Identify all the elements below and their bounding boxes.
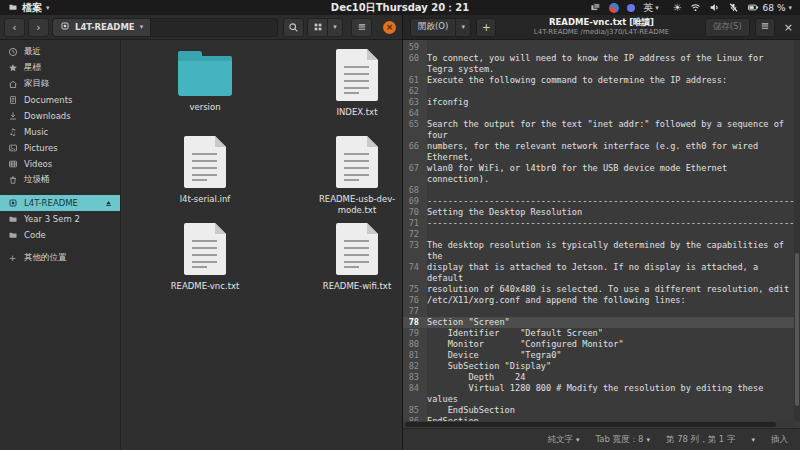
- editor-line[interactable]: 85 EndSubSection: [403, 405, 800, 416]
- editor-line[interactable]: 68: [403, 185, 800, 196]
- text-file-icon: [184, 223, 226, 275]
- volume-icon[interactable]: [709, 2, 720, 13]
- brightness-icon[interactable]: ☀: [673, 3, 682, 13]
- ime-indicator[interactable]: 英 ▾: [643, 1, 659, 15]
- file-item-readme-vnc-txt[interactable]: README-vnc.txt: [131, 220, 279, 307]
- sidebar-item-item-2[interactable]: 家目錄: [0, 76, 120, 92]
- editor-line[interactable]: 64: [403, 108, 800, 119]
- editor-line[interactable]: 84 Virtual 1280 800 # Modify the resolut…: [403, 383, 800, 394]
- editor-line[interactable]: Ethernet,: [403, 152, 800, 163]
- editor-line-current[interactable]: 78Section "Screen": [403, 317, 800, 328]
- editor-line[interactable]: Tegra system.: [403, 64, 800, 75]
- new-tab-button[interactable]: +: [476, 18, 496, 37]
- sidebar-item-label: Downloads: [24, 111, 71, 121]
- sidebar-item-videos[interactable]: Videos: [0, 156, 120, 172]
- window-menu-button[interactable]: [351, 18, 372, 37]
- editor-line[interactable]: 83 Depth 24: [403, 372, 800, 383]
- app-menu-files[interactable]: 檔案 ▾: [0, 0, 58, 15]
- line-number: 81: [403, 350, 423, 361]
- editor-line[interactable]: 60To connect, you will need to know the …: [403, 53, 800, 64]
- sidebar-item-code[interactable]: Code: [0, 227, 120, 243]
- open-button[interactable]: 開啟(O): [410, 18, 456, 37]
- editor-line[interactable]: 71--------------------------------------…: [403, 218, 800, 229]
- text-area[interactable]: 5960To connect, you will need to know th…: [403, 40, 800, 428]
- file-item-readme-usb-dev-mode-txt[interactable]: README-usb-dev-mode.txt: [283, 133, 402, 220]
- editor-line[interactable]: 79 Identifier "Default Screen": [403, 328, 800, 339]
- search-button[interactable]: [283, 18, 304, 37]
- horizontal-scrollbar[interactable]: [403, 421, 794, 428]
- sidebar-item-l4t-readme[interactable]: L4T-README: [0, 195, 120, 211]
- close-editor-button[interactable]: ×: [784, 22, 793, 33]
- battery-indicator[interactable]: 68 % ▾: [747, 2, 792, 13]
- file-item-index-txt[interactable]: INDEX.txt: [283, 46, 402, 133]
- editor-line[interactable]: 76/etc/X11/xorg.conf and append the foll…: [403, 295, 800, 306]
- home-icon: [7, 79, 18, 89]
- window-stack-icon[interactable]: [590, 2, 601, 13]
- input-method-dot-icon[interactable]: [627, 4, 635, 12]
- save-button[interactable]: 儲存(S): [705, 18, 750, 37]
- editor-line[interactable]: 70Setting the Desktop Resolution: [403, 207, 800, 218]
- music-icon: ♫: [7, 128, 18, 137]
- editor-line[interactable]: 67wlan0 for WiFi, or l4tbr0 for the USB …: [403, 163, 800, 174]
- editor-line[interactable]: 59: [403, 42, 800, 53]
- editor-line[interactable]: connection).: [403, 174, 800, 185]
- editor-line[interactable]: 82 SubSection "Display": [403, 361, 800, 372]
- grid-view-button[interactable]: [307, 18, 328, 37]
- language-label: 純文字: [547, 434, 573, 446]
- editor-line[interactable]: 69--------------------------------------…: [403, 196, 800, 207]
- editor-line[interactable]: 77: [403, 306, 800, 317]
- editor-line[interactable]: default: [403, 273, 800, 284]
- file-item-l4t-serial-inf[interactable]: l4t-serial.inf: [131, 133, 279, 220]
- insert-mode[interactable]: 插入: [771, 434, 788, 446]
- editor-line[interactable]: 75resolution of 640x480 is selected. To …: [403, 284, 800, 295]
- clock[interactable]: Dec10日Thursday 20：21: [331, 1, 469, 15]
- sidebar-item-item-1[interactable]: 星標: [0, 60, 120, 76]
- sidebar-item-label: 其他的位置: [24, 252, 67, 264]
- location-bar[interactable]: L4T-README ▾: [52, 18, 278, 37]
- file-item-readme-wifi-txt[interactable]: README-wifi.txt: [283, 220, 402, 307]
- cursor-position[interactable]: 第 78 列，第 1 字: [666, 434, 736, 446]
- editor-line[interactable]: the: [403, 251, 800, 262]
- files-toolbar: ‹ › L4T-README ▾: [0, 15, 402, 40]
- back-button[interactable]: ‹: [4, 18, 25, 37]
- editor-line[interactable]: 63ifconfig: [403, 97, 800, 108]
- document-path: L4T-README /media/j370/L4T-README: [534, 28, 669, 36]
- forward-button[interactable]: ›: [28, 18, 49, 37]
- sidebar-item-item-8[interactable]: 垃圾桶: [0, 172, 120, 188]
- editor-line[interactable]: 62: [403, 86, 800, 97]
- sidebar-item-item-0[interactable]: 最近: [0, 44, 120, 60]
- editor-menu-button[interactable]: [755, 18, 775, 37]
- editor-line[interactable]: values: [403, 394, 800, 405]
- line-text: /etc/X11/xorg.conf and append the follow…: [423, 295, 800, 306]
- editor-line[interactable]: 80 Monitor "Configured Monitor": [403, 339, 800, 350]
- vertical-scrollbar-thumb[interactable]: [795, 253, 799, 405]
- view-dropdown-button[interactable]: ▾: [328, 18, 343, 37]
- sidebar-item-pictures[interactable]: Pictures: [0, 140, 120, 156]
- editor-line[interactable]: 61Execute the following command to deter…: [403, 75, 800, 86]
- editor-line[interactable]: 72: [403, 229, 800, 240]
- tab-width-selector[interactable]: Tab 寬度：8 ▾: [595, 434, 650, 446]
- editor-line[interactable]: 65Search the output for the text "inet a…: [403, 119, 800, 130]
- sidebar-item-music[interactable]: ♫Music: [0, 124, 120, 140]
- sidebar-item-item-12[interactable]: +其他的位置: [0, 250, 120, 266]
- firefox-icon[interactable]: [609, 3, 619, 13]
- open-dropdown-button[interactable]: ▾: [456, 18, 471, 37]
- editor-line[interactable]: 73The desktop resolution is typically de…: [403, 240, 800, 251]
- file-item-version[interactable]: version: [131, 46, 279, 133]
- eject-icon[interactable]: [104, 199, 113, 208]
- editor-line[interactable]: 74display that is attached to Jetson. If…: [403, 262, 800, 273]
- microphone-muted-icon[interactable]: [728, 2, 739, 13]
- sidebar-item-year-3-sem-2[interactable]: Year 3 Sem 2: [0, 211, 120, 227]
- editor-line[interactable]: 66numbers, for the relevant network inte…: [403, 141, 800, 152]
- editor-line[interactable]: four: [403, 130, 800, 141]
- editor-line[interactable]: 81 Device "Tegra0": [403, 350, 800, 361]
- vertical-scrollbar[interactable]: [794, 40, 800, 421]
- language-selector[interactable]: 純文字 ▾: [547, 434, 579, 446]
- horizontal-scrollbar-thumb[interactable]: [405, 422, 776, 427]
- sidebar-item-documents[interactable]: Documents: [0, 92, 120, 108]
- sidebar-item-downloads[interactable]: Downloads: [0, 108, 120, 124]
- chevron-down-icon[interactable]: ▾: [751, 436, 755, 444]
- location-button[interactable]: L4T-README ▾: [53, 19, 151, 36]
- wifi-icon[interactable]: [690, 2, 701, 13]
- close-window-button[interactable]: ×: [383, 21, 396, 34]
